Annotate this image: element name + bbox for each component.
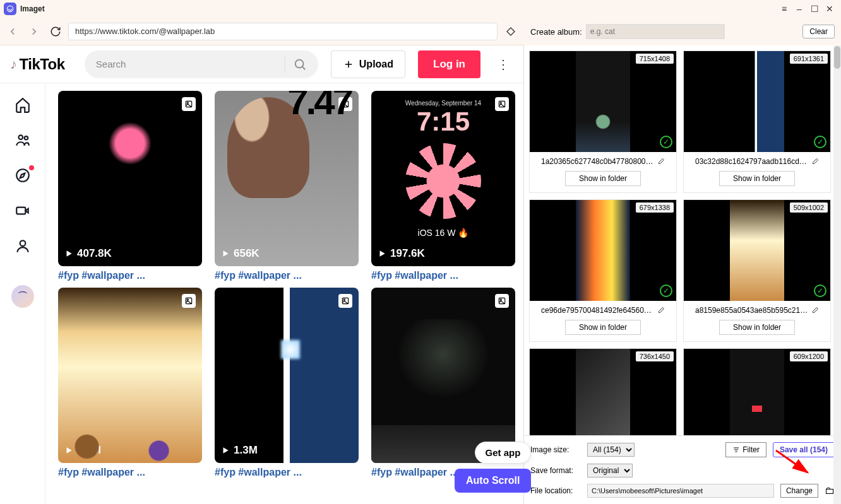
edit-icon[interactable] (657, 158, 665, 165)
login-button[interactable]: Log in (418, 50, 480, 78)
save-format-label: Save format: (530, 466, 581, 475)
filename: a8159e855a0543ae85b595c21fb342e… (695, 306, 809, 315)
check-icon: ✓ (660, 136, 672, 148)
play-count: 1.3M (234, 444, 258, 457)
show-in-folder-button[interactable]: Show in folder (719, 171, 795, 186)
svg-point-6 (20, 240, 25, 246)
back-icon[interactable] (6, 25, 19, 38)
show-in-folder-button[interactable]: Show in folder (719, 320, 795, 335)
thumbnail[interactable]: Wednesday, September 14 7:15 iOS 16 W 🔥 … (371, 91, 515, 266)
downloads-list[interactable]: 715x1408✓ 1a20365c627748c0b47780800991e8… (524, 45, 841, 435)
file-location-input[interactable] (587, 484, 774, 498)
dimensions-badge: 691x1361 (790, 54, 828, 64)
play-icon (378, 249, 386, 258)
play-icon (221, 249, 230, 258)
feed-item[interactable]: 407.8K #fyp #wallpaper ... (58, 91, 202, 281)
maximize-button[interactable]: ☐ (807, 1, 822, 16)
thumbnail[interactable]: 407.8K (58, 91, 202, 266)
card-thumbnail[interactable]: 609x1200 (684, 349, 830, 435)
card-thumbnail[interactable]: 679x1338✓ (530, 200, 676, 301)
clear-button[interactable]: Clear (802, 25, 835, 38)
show-in-folder-button[interactable]: Show in folder (565, 171, 641, 186)
feed-item[interactable]: 424.6K #fyp #wallpaper ... (371, 288, 515, 478)
explore-icon[interactable] (14, 167, 32, 184)
feed-item[interactable]: 656K #fyp #wallpaper ... (215, 91, 359, 281)
dimensions-badge: 715x1408 (636, 54, 674, 64)
app-logo (4, 3, 16, 15)
search-icon[interactable] (293, 57, 307, 71)
caption[interactable]: #fyp #wallpaper ... (371, 467, 515, 478)
close-button[interactable]: ✕ (822, 1, 837, 16)
tiktok-note-icon: ♪ (10, 56, 17, 73)
friends-icon[interactable] (14, 131, 32, 149)
caption[interactable]: #fyp #wallpaper ... (58, 270, 202, 281)
minimize-button[interactable]: – (792, 1, 807, 16)
card-thumbnail[interactable]: 691x1361✓ (684, 51, 830, 152)
image-size-select[interactable]: All (154) (587, 443, 635, 457)
card-thumbnail[interactable]: 736x1450 (530, 349, 676, 435)
caption[interactable]: #fyp #wallpaper ... (58, 467, 202, 478)
dimensions-badge: 736x1450 (636, 351, 674, 361)
download-card: 609x1200 (683, 348, 831, 435)
filename: ce96de795700481492fe64560d79355… (541, 306, 655, 315)
feed-item[interactable]: 1.4M #fyp #wallpaper ... (58, 288, 202, 478)
caption[interactable]: #fyp #wallpaper ... (215, 467, 359, 478)
gallery-icon (338, 97, 352, 111)
card-thumbnail[interactable]: 509x1002✓ (684, 200, 830, 301)
kebab-menu-icon[interactable]: ⋮ (493, 57, 513, 72)
gallery-icon (338, 294, 352, 308)
play-icon (64, 446, 73, 455)
svg-point-3 (24, 136, 27, 139)
svg-point-2 (18, 135, 23, 139)
svg-point-4 (16, 169, 29, 182)
scrollbar[interactable] (833, 45, 841, 504)
svg-rect-9 (342, 101, 348, 107)
thumbnail[interactable]: 656K (215, 91, 359, 266)
filter-button[interactable]: Filter (725, 442, 766, 457)
feed-item[interactable]: Wednesday, September 14 7:15 iOS 16 W 🔥 … (371, 91, 515, 281)
thumbnail[interactable]: 1.4M (58, 288, 202, 463)
save-format-select[interactable]: Original (587, 464, 633, 478)
sliders-icon (732, 446, 740, 454)
card-thumbnail[interactable]: 715x1408✓ (530, 51, 676, 152)
thumbnail[interactable]: 1.3M (215, 288, 359, 463)
change-location-button[interactable]: Change (780, 484, 818, 498)
reload-icon[interactable] (49, 25, 62, 38)
gallery-icon (495, 294, 509, 308)
ios-label: iOS 16 W 🔥 (418, 228, 469, 238)
video-feed[interactable]: 407.8K #fyp #wallpaper ... 656K #fyp #wa… (45, 83, 523, 504)
plus-icon (343, 59, 354, 70)
dimensions-badge: 509x1002 (790, 202, 828, 213)
dimensions-badge: 679x1338 (636, 202, 674, 213)
edit-icon[interactable] (811, 307, 819, 314)
profile-icon[interactable] (14, 237, 32, 255)
gallery-icon (495, 97, 509, 111)
thumbnail[interactable]: 424.6K (371, 288, 515, 463)
edit-icon[interactable] (657, 307, 665, 314)
avatar[interactable]: ⌒ (11, 285, 34, 308)
search-input[interactable]: Search (85, 50, 318, 78)
play-count: 197.6K (390, 247, 425, 260)
save-all-button[interactable]: Save all (154) (773, 442, 835, 457)
feed-item[interactable]: 1.3M #fyp #wallpaper ... (215, 288, 359, 478)
show-in-folder-button[interactable]: Show in folder (565, 320, 641, 335)
forward-icon[interactable] (28, 25, 40, 38)
album-name-input[interactable] (586, 24, 725, 39)
url-bar[interactable]: https://www.tiktok.com/@wallpaper.lab (68, 23, 498, 40)
caption[interactable]: #fyp #wallpaper ... (371, 270, 515, 281)
svg-point-18 (500, 299, 501, 300)
scrollbar-thumb[interactable] (834, 46, 840, 69)
filename: 03c32d88c1624797aadb116cd8254f… (695, 157, 809, 166)
upload-button[interactable]: Upload (331, 50, 405, 78)
live-icon[interactable] (14, 202, 32, 220)
svg-point-12 (500, 102, 501, 103)
album-bar: Create album: Clear (524, 18, 841, 45)
download-card: 736x1450 (529, 348, 677, 435)
caption[interactable]: #fyp #wallpaper ... (215, 270, 359, 281)
edit-icon[interactable] (811, 158, 819, 165)
titlebar: Imaget ≡ – ☐ ✕ (0, 0, 841, 18)
tiktok-logo[interactable]: ♪ TikTok (10, 56, 65, 73)
hamburger-menu-icon[interactable]: ≡ (777, 1, 792, 16)
tag-icon[interactable] (504, 25, 518, 38)
home-icon[interactable] (14, 96, 32, 114)
